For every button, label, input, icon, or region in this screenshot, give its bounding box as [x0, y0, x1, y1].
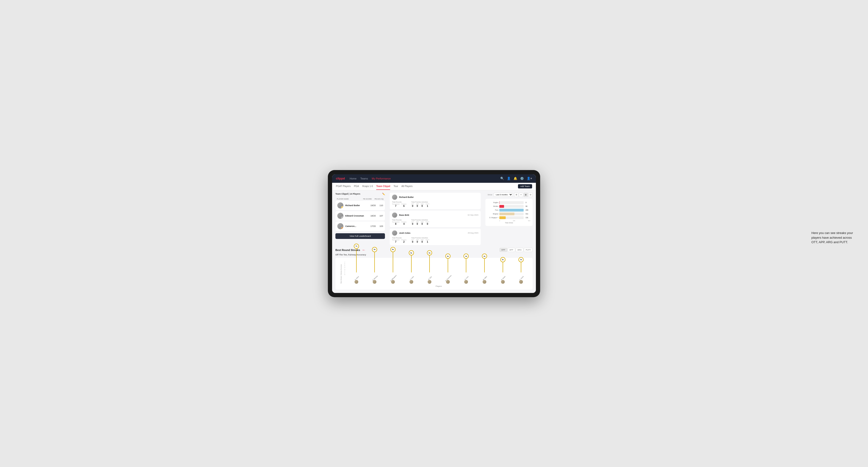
rounds-group: Total Rounds Tournament 7 Practice 6 — [392, 201, 406, 207]
practice-activities-group: Total Practice Activities OTT 0 APP 0 — [411, 219, 429, 225]
bar-container — [499, 213, 524, 215]
stat-row: Total Rounds Tournament 7 Practice 2 — [392, 237, 478, 243]
list-view-button[interactable]: ≡ — [519, 193, 523, 197]
player-bar-avatar — [428, 280, 431, 284]
streak-bar — [374, 252, 375, 272]
middle-panel: Richard Butler Total Rounds Tournament 7 — [390, 193, 481, 247]
rank-badge-bronze: 3 — [341, 227, 343, 229]
player-scores: 19/20 110 — [370, 204, 383, 207]
bar-label: Bogeys — [488, 213, 498, 215]
player-row[interactable]: 3 Cameron... 17/20 103 — [335, 221, 385, 231]
practice-activities-group: Total Practice Activities OTT 0 APP 0 — [411, 201, 429, 207]
settings-icon[interactable]: ⚙️ — [520, 177, 524, 180]
player-bar-avatar — [483, 280, 486, 284]
bar-value: 96 — [526, 206, 530, 207]
chart-area: 7x E. Ebert 6x B. McHarg 6x D. Billingha… — [347, 261, 530, 287]
streak-bubble: 4x — [445, 253, 451, 259]
streak-bubble: 3x — [500, 257, 505, 262]
player-name: Edward Crossman — [345, 215, 368, 217]
search-icon[interactable]: 🔍 — [500, 177, 504, 180]
stat-player-name: Josh Coles — [399, 232, 410, 234]
axis-label-200: 200 — [513, 220, 515, 221]
annotation-box: Here you can see streaks your players ha… — [811, 231, 854, 245]
bar-chart-rows: Eagles 3 Birdies 96 Pars 499 Bogeys 311 … — [488, 201, 530, 219]
player-info: Cameron... — [345, 225, 368, 227]
streak-bubble: 6x — [372, 247, 377, 252]
player-scores: 18/20 107 — [370, 215, 383, 217]
player-bar-group: 4x M. Miller — [475, 249, 494, 284]
player-row[interactable]: 2 Edward Crossman 18/20 107 — [335, 211, 385, 220]
streak-bar — [521, 262, 521, 272]
sub-nav-pga[interactable]: PGA — [354, 183, 359, 190]
streak-bubble: 4x — [482, 253, 487, 259]
y-tick-0: 0 — [344, 274, 347, 275]
player-bar-name: J. Coles — [409, 276, 414, 280]
grid-view-button[interactable]: ⊞ — [514, 193, 519, 197]
bar-container — [499, 201, 524, 204]
player-bar-group: 4x D. Ford — [457, 249, 475, 284]
bar-container — [499, 209, 524, 212]
pb-avg-val: 110 — [379, 204, 383, 207]
bar-row: Pars 499 — [488, 209, 530, 212]
bar-row: Birdies 96 — [488, 205, 530, 208]
sub-nav-all-players[interactable]: All Players — [401, 183, 412, 190]
sub-nav-tour[interactable]: Tour — [394, 183, 398, 190]
view-leaderboard-button[interactable]: View Full Leaderboard — [335, 233, 385, 239]
stat-row: Total Rounds Tournament 8 Practice 4 — [392, 219, 478, 225]
stat-numbers: Tournament 7 Practice 6 — [392, 203, 406, 207]
profile-icon[interactable]: 👤 — [507, 177, 511, 180]
user-avatar[interactable]: 👤▾ — [527, 177, 532, 180]
bar-label: Eagles — [488, 201, 498, 203]
stat-numbers: OTT 0 APP 0 ARG 0 — [411, 239, 429, 243]
stat-numbers: Tournament 8 Practice 4 — [392, 221, 406, 225]
stat-avatar — [392, 213, 397, 218]
y-tick-6: 6 — [344, 263, 347, 264]
player-scores: 17/20 103 — [370, 225, 383, 227]
bar-fill-bogeys — [499, 213, 515, 215]
col-pb-avg-sq: PB AVG SQ — [375, 198, 383, 200]
bar-label: Birdies — [488, 206, 498, 207]
nav-my-performance[interactable]: My Performance — [372, 176, 391, 181]
y-ticks: 7 6 5 4 3 2 1 0 — [344, 261, 347, 287]
y-axis-label: Best Streak, Fairway Accuracy — [340, 264, 342, 283]
rank-badge-silver: 2 — [341, 217, 343, 219]
stat-card-header: Josh Coles 26 Aug 2023 — [392, 230, 478, 236]
streak-chart-wrapper: Best Streak, Fairway Accuracy 7 6 5 4 3 … — [338, 261, 530, 287]
streak-bar — [393, 252, 393, 272]
stat-card-header: Rees Britt 02 Sep 2023 — [392, 213, 478, 218]
team-title: Team Clippd | 14 Players — [335, 193, 360, 195]
period-select[interactable]: Last 3 months — [494, 193, 513, 197]
axis-labels: 0 200 400 — [488, 220, 530, 221]
tablet-frame: clippd Home Teams My Performance 🔍 👤 🔔 ⚙… — [328, 170, 540, 297]
left-panel: Team Clippd | 14 Players ✏️ PLAYER NAME … — [335, 193, 385, 247]
chart-view-button[interactable]: ▦ — [524, 193, 528, 197]
bell-icon[interactable]: 🔔 — [514, 177, 517, 180]
player-bar-group: 3x R. Butler — [494, 249, 512, 284]
player-bar-name: R. Britt — [428, 276, 432, 280]
nav-teams[interactable]: Teams — [361, 176, 368, 181]
streak-bubble: 5x — [409, 250, 414, 255]
sub-nav-hcaps[interactable]: Hcaps 1-5 — [362, 183, 373, 190]
player-row[interactable]: 1 Richard Butler 19/20 110 — [335, 201, 385, 210]
nav-home[interactable]: Home — [349, 176, 356, 181]
streak-bar — [356, 249, 356, 272]
sub-nav-pgat[interactable]: PGAT Players — [336, 183, 350, 190]
chart-axis-title: Total Shots — [488, 222, 530, 224]
bar-value: 499 — [526, 209, 530, 211]
y-tick-2: 2 — [344, 270, 347, 272]
sub-nav-team-clippd[interactable]: Team Clippd — [376, 183, 390, 190]
player-bar-avatar — [354, 280, 358, 284]
pb-score-val: 19/20 — [370, 204, 376, 207]
bar-value: 131 — [526, 217, 530, 218]
edit-icon[interactable]: ✏️ — [382, 193, 385, 195]
add-team-button[interactable]: Add Team — [518, 184, 532, 188]
streak-bar — [411, 255, 412, 272]
player-name: Richard Butler — [345, 204, 368, 207]
col-pb-score: PB SCORE — [363, 198, 372, 200]
streak-bar — [466, 259, 466, 272]
content-area: Team Clippd | 14 Players ✏️ PLAYER NAME … — [332, 190, 536, 293]
player-bar-avatar — [391, 280, 395, 284]
table-view-button[interactable]: ⊟ — [528, 193, 533, 197]
bar-fill-pars — [499, 209, 524, 212]
app-logo: clippd — [336, 177, 345, 180]
